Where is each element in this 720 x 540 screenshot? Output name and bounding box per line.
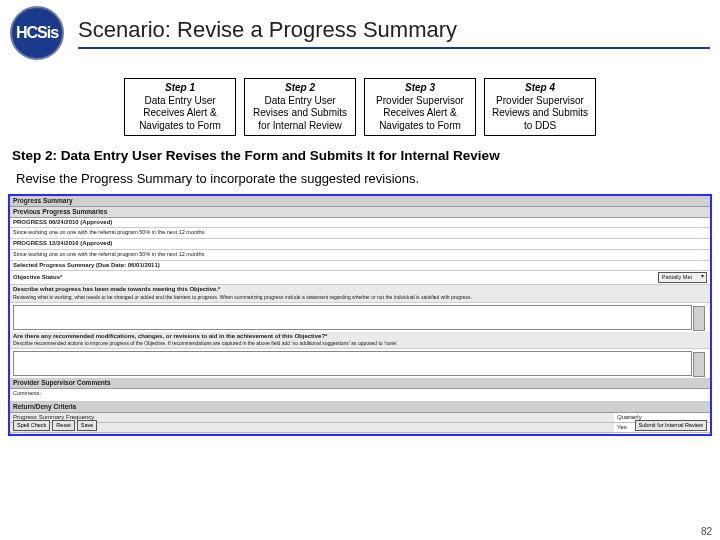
step-3: Step 3 Provider Supervisor Receives Aler…: [364, 78, 476, 136]
q1-text: Describe what progress has been made tow…: [13, 286, 220, 292]
section-heading: Step 2: Data Entry User Revises the Form…: [12, 148, 708, 163]
q1-hint: Reviewing what is working, what needs to…: [13, 294, 472, 300]
q1-textarea[interactable]: [13, 305, 692, 330]
title-wrap: Scenario: Revise a Progress Summary: [78, 17, 710, 49]
section-supervisor-comments: Provider Supervisor Comments: [10, 378, 710, 389]
question-1: Describe what progress has been made tow…: [10, 285, 710, 302]
step-2-body: Data Entry User Revises and Submits for …: [247, 95, 353, 133]
objective-status-select[interactable]: Partially Met: [658, 272, 707, 283]
reset-button[interactable]: Reset: [52, 420, 74, 431]
step-4: Step 4 Provider Supervisor Reviews and S…: [484, 78, 596, 136]
q2-textarea[interactable]: [13, 351, 692, 376]
criteria-row: SatisfactionYes: [10, 423, 710, 433]
submit-internal-review-button[interactable]: Submit for Internal Review: [635, 420, 708, 431]
criteria-row: Progress Summary FrequencyQuarterly: [10, 413, 710, 423]
section-return-deny: Return/Deny Criteria: [10, 402, 710, 413]
comments-label: Comments:: [10, 389, 710, 402]
prev1-body: Since working one on one with the referr…: [10, 228, 710, 240]
objective-status-row: Objective Status* Partially Met: [10, 271, 710, 285]
prev2-body: Since working one on one with the referr…: [10, 250, 710, 262]
step-4-body: Provider Supervisor Reviews and Submits …: [487, 95, 593, 133]
objective-status-label: Objective Status*: [13, 274, 658, 281]
step-1-title: Step 1: [127, 82, 233, 95]
logo: HCSis: [10, 6, 64, 60]
question-2: Are there any recommended modifications,…: [10, 332, 710, 349]
title-underline: [78, 47, 710, 49]
step-1: Step 1 Data Entry User Receives Alert & …: [124, 78, 236, 136]
step-3-title: Step 3: [367, 82, 473, 95]
selected-summary-label: Selected Progress Summary (Due Date: 06/…: [10, 261, 710, 271]
q2-hint: Describe recommended actions to improve …: [13, 340, 398, 346]
page-title: Scenario: Revise a Progress Summary: [78, 17, 710, 45]
criteria-row: Includes Current Status and NeedsNo: [10, 433, 710, 436]
spellcheck-button[interactable]: Spell Check: [13, 420, 50, 431]
step-4-title: Step 4: [487, 82, 593, 95]
step-2-title: Step 2: [247, 82, 353, 95]
form-screenshot: Progress Summary Previous Progress Summa…: [8, 194, 712, 436]
section-progress-summary: Progress Summary: [10, 196, 710, 207]
step-2: Step 2 Data Entry User Revises and Submi…: [244, 78, 356, 136]
section-previous: Previous Progress Summaries: [10, 207, 710, 218]
logo-icon: HCSis: [10, 6, 64, 60]
prev2-title: PROGRESS 12/24/2010 (Approved): [10, 239, 710, 249]
step-3-body: Provider Supervisor Receives Alert & Nav…: [367, 95, 473, 133]
header: HCSis Scenario: Revise a Progress Summar…: [0, 0, 720, 60]
step-1-body: Data Entry User Receives Alert & Navigat…: [127, 95, 233, 133]
logo-text: HCSis: [16, 24, 58, 42]
prev1-title: PROGRESS 06/24/2010 (Approved): [10, 218, 710, 228]
q2-text: Are there any recommended modifications,…: [13, 333, 327, 339]
instruction-text: Revise the Progress Summary to incorpora…: [16, 171, 708, 186]
save-button[interactable]: Save: [77, 420, 98, 431]
page-number: 82: [701, 526, 712, 537]
form-action-bar: Spell Check Reset Save: [13, 420, 97, 431]
step-flow: Step 1 Data Entry User Receives Alert & …: [0, 78, 720, 136]
